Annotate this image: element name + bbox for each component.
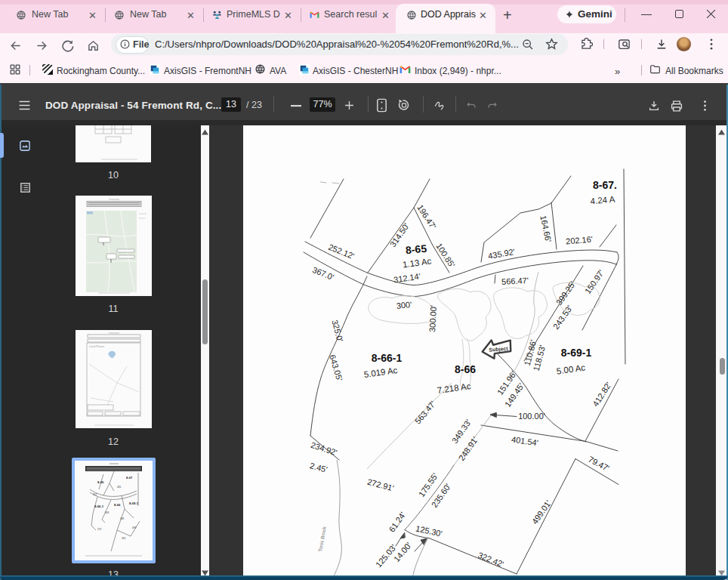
svg-text:243.53': 243.53' <box>551 304 574 331</box>
svg-text:202.16': 202.16' <box>566 234 594 245</box>
svg-text:5.00 Ac: 5.00 Ac <box>556 362 586 375</box>
svg-text:312.14': 312.14' <box>393 272 421 285</box>
svg-text:566.47': 566.47' <box>501 276 529 286</box>
svg-text:272: 272 <box>97 528 102 531</box>
svg-text:322: 322 <box>122 537 126 540</box>
svg-text:300': 300' <box>396 300 412 310</box>
svg-text:272.91': 272.91' <box>366 477 395 493</box>
svg-text:8-69-1: 8-69-1 <box>129 501 139 505</box>
svg-text:563: 563 <box>105 511 110 514</box>
svg-text:79.47': 79.47' <box>587 455 611 474</box>
svg-text:8-65: 8-65 <box>97 480 104 484</box>
svg-text:8-66: 8-66 <box>114 503 121 507</box>
svg-text:8-66: 8-66 <box>455 363 476 375</box>
svg-text:Tonis Brook: Tonis Brook <box>317 526 327 552</box>
svg-text:252.12': 252.12' <box>327 242 356 261</box>
svg-text:322.42': 322.42' <box>477 551 505 569</box>
svg-text:7.218 Ac: 7.218 Ac <box>436 381 471 395</box>
svg-text:8-69-1: 8-69-1 <box>561 347 592 359</box>
svg-text:1.13 Ac: 1.13 Ac <box>402 256 432 269</box>
svg-text:234.92': 234.92' <box>310 440 338 457</box>
svg-text:196.47': 196.47' <box>415 203 438 231</box>
svg-text:312: 312 <box>93 493 97 496</box>
svg-text:8-65: 8-65 <box>405 242 427 256</box>
svg-text:Local Places: Local Places <box>89 345 104 348</box>
svg-text:8-67: 8-67 <box>126 476 133 480</box>
svg-text:367.0': 367.0' <box>311 265 335 282</box>
svg-text:8-66-1: 8-66-1 <box>372 352 403 364</box>
svg-text:8-67.: 8-67. <box>593 179 617 191</box>
svg-text:325.0': 325.0' <box>330 319 344 343</box>
svg-text:100.00': 100.00' <box>518 412 545 421</box>
svg-text:412.82': 412.82' <box>591 381 613 409</box>
svg-text:100.85': 100.85' <box>434 242 457 270</box>
svg-text:61.24': 61.24' <box>387 510 408 533</box>
svg-text:8-66-1: 8-66-1 <box>94 504 104 508</box>
svg-text:5.019 Ac: 5.019 Ac <box>363 366 398 379</box>
svg-text:399.25': 399.25' <box>554 279 577 307</box>
svg-text:164.66': 164.66' <box>538 214 553 242</box>
svg-text:499.01': 499.01' <box>530 498 553 526</box>
svg-text:14.00': 14.00' <box>392 541 413 563</box>
svg-text:300.00': 300.00' <box>427 305 438 332</box>
svg-text:4.24 A: 4.24 A <box>590 195 615 206</box>
svg-text:401.54': 401.54' <box>511 435 538 448</box>
svg-text:2.45': 2.45' <box>309 461 329 474</box>
svg-text:499: 499 <box>132 526 137 529</box>
svg-text:349: 349 <box>120 517 125 520</box>
svg-text:643.05': 643.05' <box>328 353 344 382</box>
svg-text:563.47': 563.47' <box>413 399 437 425</box>
svg-text:435: 435 <box>117 486 122 489</box>
